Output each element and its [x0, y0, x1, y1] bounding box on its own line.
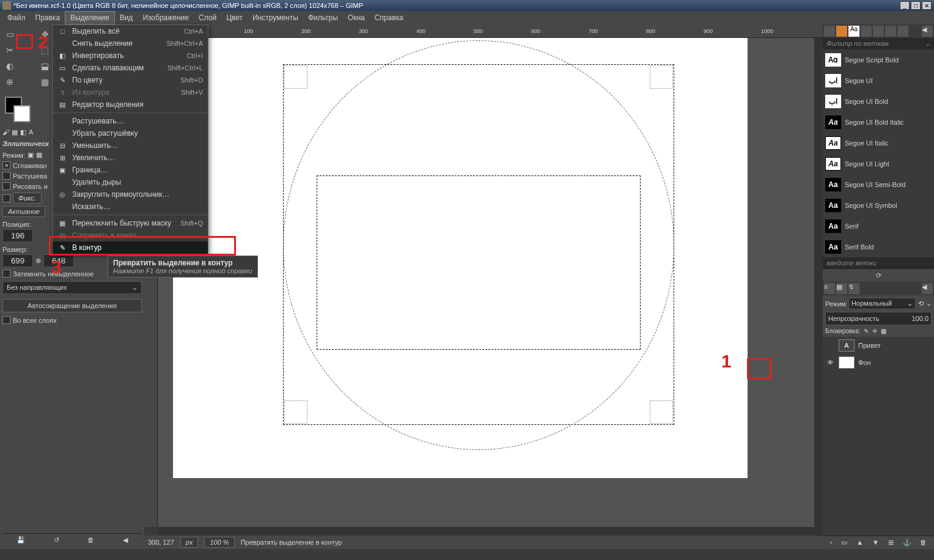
tab-patterns-icon[interactable]: Aa — [848, 26, 859, 37]
brush-icon[interactable]: 🖌 — [2, 128, 9, 136]
antialias-checkbox[interactable]: ✕ — [2, 161, 10, 169]
menu-item-снять-выделение[interactable]: Снять выделениеShift+Ctrl+A — [53, 37, 208, 50]
tool-12[interactable]: ⊕ — [2, 75, 17, 89]
restore-preset-icon[interactable]: ↺ — [54, 536, 59, 544]
font-item[interactable]: AaSegoe UI Light — [823, 153, 934, 174]
mode-replace-icon[interactable]: ▣ — [28, 151, 34, 159]
font-item[interactable]: AaSegoe UI Bold Italic — [823, 112, 934, 133]
menu-item-удалить-дыры[interactable]: Удалить дыры — [53, 176, 208, 188]
layer-up-icon[interactable]: ▲ — [856, 539, 863, 547]
font-item[interactable]: AɑSegoe Script Bold — [823, 50, 934, 70]
link-icon[interactable]: ⊕ — [35, 257, 41, 265]
menu-item-закруглить-прямоугольник-[interactable]: ◎Закруглить прямоугольник… — [53, 188, 208, 201]
drawfrom-checkbox[interactable] — [2, 182, 10, 190]
font-filter[interactable]: Фильтр по меткам⌄ — [823, 38, 934, 50]
active-button[interactable]: Активное — [2, 206, 45, 217]
layer-group-icon[interactable]: ▭ — [841, 539, 847, 547]
tab-channels-icon[interactable]: ▦ — [836, 283, 847, 294]
menu-item-уменьшить-[interactable]: ⊟Уменьшить… — [53, 139, 208, 152]
menu-item-переключить-быструю-маску[interactable]: ▦Переключить быструю маскуShift+Q — [53, 217, 208, 229]
layer-delete-icon[interactable]: 🗑 — [920, 539, 927, 547]
font-item[interactable]: AaSerif Bold — [823, 237, 934, 257]
menu-вид[interactable]: Вид — [115, 12, 138, 24]
menu-item-граница-[interactable]: ▣Граница… — [53, 164, 208, 176]
tab-gradients-icon[interactable] — [861, 26, 872, 37]
canvas-viewport[interactable] — [158, 38, 814, 527]
tab-paths-icon[interactable]: ↯ — [848, 283, 859, 294]
tool-8[interactable]: ◐ — [2, 59, 17, 73]
mode-reset-icon[interactable]: ⟲ — [918, 300, 924, 308]
menu-item-увеличить-[interactable]: ⊞Увеличить… — [53, 152, 208, 164]
alllayers-checkbox[interactable] — [2, 316, 10, 324]
menu-выделение[interactable]: Выделение — [65, 11, 115, 24]
menu-инструменты[interactable]: Инструменты — [248, 12, 303, 24]
handle-tl[interactable] — [284, 65, 307, 89]
menu-item-редактор-выделения[interactable]: ▤Редактор выделения — [53, 98, 208, 111]
menu-item-сделать-плавающим[interactable]: ▭Сделать плавающимShift+Ctrl+L — [53, 62, 208, 74]
layer-item[interactable]: AПривет — [823, 337, 934, 354]
menu-правка[interactable]: Правка — [31, 12, 65, 24]
status-unit[interactable]: px — [180, 537, 199, 548]
tab-histogram-icon[interactable] — [885, 26, 896, 37]
opacity-slider[interactable]: Непрозрачность100.0 — [825, 312, 932, 325]
guides-dropdown[interactable]: Без направляющих⌄ — [2, 281, 142, 294]
font-item[interactable]: AaSegoe UI Symbol — [823, 195, 934, 216]
font-item[interactable]: AaSegoe UI Semi-Bold — [823, 174, 934, 195]
handle-tr[interactable] — [650, 65, 673, 89]
font-icon[interactable]: A — [29, 128, 33, 136]
layer-list[interactable]: AПривет👁Фон — [823, 337, 934, 536]
menu-фильтры[interactable]: Фильтры — [303, 12, 343, 24]
mode-chevron-icon[interactable]: ⌄ — [926, 300, 932, 308]
tab-close2-icon[interactable]: ◀ — [922, 283, 933, 294]
menu-справка[interactable]: Справка — [370, 12, 408, 24]
font-tag-input[interactable]: введите метки — [823, 257, 934, 268]
menu-item-убрать-растушёвку[interactable]: Убрать растушёвку — [53, 127, 208, 139]
ruler-horizontal[interactable]: 01002003004005006007008009001000 — [171, 24, 823, 38]
mode-dropdown[interactable]: Нормальный⌄ — [848, 298, 916, 309]
font-item[interactable]: ابSegoe UI Bold — [823, 91, 934, 112]
menu-слой[interactable]: Слой — [194, 12, 221, 24]
close-button[interactable]: ✕ — [922, 1, 932, 10]
tool-0[interactable]: ▭ — [2, 27, 17, 42]
layer-down-icon[interactable]: ▼ — [872, 539, 879, 547]
pattern-icon[interactable]: ▦ — [12, 128, 18, 136]
tab-layers-icon[interactable]: ≡ — [824, 283, 835, 294]
scrollbar-vertical[interactable] — [814, 38, 823, 527]
handle-bl[interactable] — [284, 400, 307, 424]
tab-brushes-icon[interactable] — [824, 26, 835, 37]
font-list[interactable]: AɑSegoe Script BoldابSegoe UIابSegoe UI … — [823, 50, 934, 257]
mode-add-icon[interactable]: ▦ — [36, 151, 42, 159]
lock-position-icon[interactable]: ✛ — [872, 328, 877, 334]
menu-item-по-цвету[interactable]: ✎По цветуShift+O — [53, 74, 208, 86]
pos-x-input[interactable] — [2, 229, 33, 242]
bg-color[interactable] — [13, 105, 31, 122]
tab-palettes-icon[interactable] — [873, 26, 884, 37]
lock-pixels-icon[interactable]: ✎ — [864, 328, 869, 334]
feather-checkbox[interactable] — [2, 172, 10, 180]
reset-preset-icon[interactable]: ◀ — [123, 536, 128, 544]
status-zoom[interactable]: 100 % — [204, 537, 234, 548]
font-item[interactable]: ابSegoe UI — [823, 70, 934, 91]
menu-item-выделить-всё[interactable]: □Выделить всёCtrl+A — [53, 25, 208, 37]
darken-checkbox[interactable] — [2, 270, 10, 278]
menu-файл[interactable]: Файл — [2, 12, 31, 24]
autoshrink-button[interactable]: Автосокращение выделения — [2, 299, 142, 312]
minimize-button[interactable]: _ — [900, 1, 910, 10]
menu-item-исказить-[interactable]: Исказить… — [53, 201, 208, 213]
font-item[interactable]: AaSegoe UI Italic — [823, 133, 934, 153]
layer-merge-icon[interactable]: ⚓ — [903, 539, 911, 547]
menu-изображение[interactable]: Изображение — [138, 12, 194, 24]
delete-preset-icon[interactable]: 🗑 — [87, 536, 94, 544]
tool-13[interactable]: ▦ — [38, 75, 53, 89]
tool-4[interactable]: ✂ — [2, 43, 17, 57]
tab-fonts-icon[interactable] — [836, 26, 847, 37]
tool-9[interactable]: ⬓ — [38, 59, 53, 73]
tab-paint-icon[interactable] — [897, 26, 908, 37]
save-preset-icon[interactable]: 💾 — [17, 536, 25, 544]
lock-alpha-icon[interactable]: ▦ — [881, 328, 886, 334]
menu-item-в-контур[interactable]: ✎В контур — [53, 241, 208, 254]
layer-visibility-icon[interactable]: 👁 — [825, 359, 835, 366]
scrollbar-horizontal[interactable] — [158, 527, 823, 536]
layer-dup-icon[interactable]: ⊞ — [888, 539, 894, 547]
tab-close-icon[interactable]: ◀ — [922, 26, 933, 37]
